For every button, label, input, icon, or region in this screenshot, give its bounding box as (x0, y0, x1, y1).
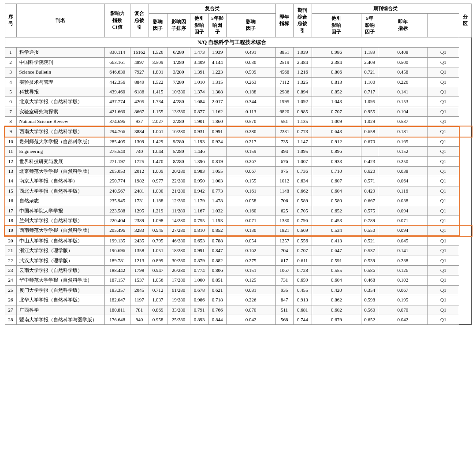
header-total-cite: 复合总被引 (130, 4, 149, 37)
table-row: 18兰州大学学报（自然科学版）220.40423891.09814/2800.7… (5, 216, 472, 226)
section-header-row: N/Q 自然科学与工程技术综合 (5, 37, 472, 48)
table-row: 22武汉大学学报（理学版）189.78112130.89930/2800.879… (5, 256, 472, 265)
header-zone: 分区 (459, 4, 472, 37)
table-row: 4实验技术与管理442.35688491.5227/2801.0101.3150… (5, 77, 472, 87)
table-row: 3Science Bulletin646.63079271.8013/2801.… (5, 67, 472, 77)
table-row: 10贵州师范大学学报（自然科学版）285.40513091.4299/2801.… (5, 137, 472, 146)
table-row: 26北华大学学报（自然科学版）182.04711971.03719/2800.9… (5, 295, 472, 305)
data-table: 序号 刊名 影响力指数CI值 复合总被引 复合类 即年指标 期刊综合总被引 期刊… (4, 4, 472, 325)
table-row: 11Engineering275.5407401.6445/2801.4460.… (5, 147, 472, 156)
header-ci: 影响力指数CI值 (104, 4, 130, 37)
table-row: 21浙江大学学报（理学版）196.69613581.05118/2800.991… (5, 246, 472, 256)
header-qikan-group: 期刊综合类 (312, 4, 459, 14)
header-journal-total: 期刊综合总被引 (293, 4, 312, 37)
table-row: 6北京大学学报（自然科学版）437.77442051.7344/2801.684… (5, 97, 472, 107)
table-row: 27广西科学180.8117810.86933/2800.7910.7660.0… (5, 305, 472, 315)
header-name: 刊名 (16, 4, 104, 37)
table-row: 14南京大学学报（自然科学）250.77419820.97722/2800.95… (5, 176, 472, 186)
table-row: 12世界科技研究与发展271.19717251.4708/2801.3960.8… (5, 156, 472, 166)
header-qi-other: 他引影响因子 (312, 14, 361, 37)
table-body: N/Q 自然科学与工程技术综合1科学通报830.114161621.5266/2… (5, 37, 472, 325)
header-fu-rank: 影响因子排序 (167, 14, 190, 37)
table-row: 16自然杂志235.94517311.18812/2801.1791.4780.… (5, 196, 472, 206)
table-row: 13北京师范大学学报（自然科学版）265.05320121.00920/2800… (5, 167, 472, 176)
header-fu-impact: 影响因子 (149, 14, 167, 37)
header-seq: 序号 (5, 4, 16, 37)
table-row: 28暨南大学学报（自然科学与医学版）176.6489400.95825/2800… (5, 315, 472, 324)
table-row: 1科学通报830.114161621.5266/2801.4731.9390.4… (5, 48, 472, 57)
table-row: 9西南大学学报（自然科学版）294.76638841.06116/2800.93… (5, 126, 472, 137)
header-qi-impact: 影响因子 (226, 14, 275, 37)
table-row: 17中国科学院大学学报223.58812951.21911/2801.1671.… (5, 206, 472, 216)
table-row: 8National Science Review374.6969372.0272… (5, 117, 472, 127)
table-row: 7实验室研究与探索421.66086671.15513/2800.8771.16… (5, 107, 472, 116)
header-immediate: 即年指标 (275, 4, 293, 37)
header-fuhe-group: 复合类 (149, 4, 275, 14)
header-qi-immediate: 即年指标 (378, 14, 428, 37)
table-row: 24华中师范大学学报（自然科学版）187.15715371.05617/2801… (5, 275, 472, 285)
header-row-1: 序号 刊名 影响力指数CI值 复合总被引 复合类 即年指标 期刊综合总被引 期刊… (5, 4, 472, 14)
table-row: 19西南师范大学学报（自然科学版）205.49632830.94527/2800… (5, 226, 472, 236)
header-qi-5yr: 5年影响因子 (361, 14, 378, 37)
table-row: 20中山大学学报（自然科学版）199.13524350.79546/2800.6… (5, 236, 472, 246)
table-row: 2中国科学院院刊663.16148973.5091/2803.4094.1440… (5, 57, 472, 67)
table-row: 25厦门大学学报（自然科学版）183.35720450.71261/2800.6… (5, 285, 472, 295)
header-fu-other: 他引影响因子 (190, 14, 208, 37)
table-row: 15西北大学学报（自然科学版）240.56724811.00021/2800.9… (5, 186, 472, 196)
table-row: 23云南大学学报（自然科学版）188.44217980.94726/2800.7… (5, 265, 472, 275)
main-container: 序号 刊名 影响力指数CI值 复合总被引 复合类 即年指标 期刊综合总被引 期刊… (0, 0, 476, 328)
table-row: 5科技导报439.46061861.41510/2801.3741.3080.1… (5, 87, 472, 97)
header-fu-5yr: 5年影响因子 (208, 14, 226, 37)
